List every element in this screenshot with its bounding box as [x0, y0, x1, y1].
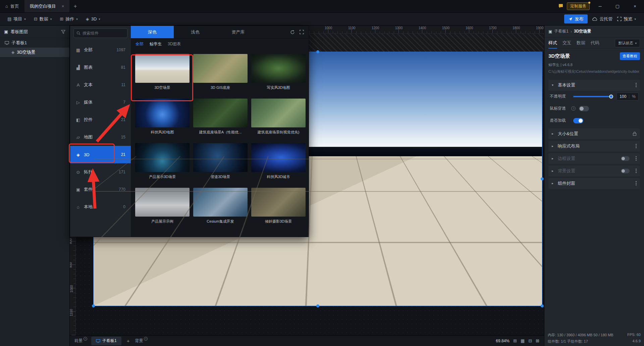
tutorial-button[interactable]: 查看教程	[620, 52, 640, 60]
category-local[interactable]: ⌂ 本地 0	[70, 198, 131, 216]
filter-icon[interactable]	[61, 30, 65, 34]
section-cover[interactable]: ▸ 组件封面	[548, 178, 640, 189]
filter-whale-twin[interactable]: 鲸孪生	[150, 41, 162, 47]
category-topology[interactable]: ⊙ 拓扑 171	[70, 163, 131, 181]
board-tab[interactable]: 子看板1	[91, 337, 121, 345]
card-product-3d-scene[interactable]: 产品展示3D场景	[135, 143, 190, 179]
kebab-menu-icon[interactable]	[636, 146, 637, 147]
menu-3d[interactable]: ◈ 3D ▾	[82, 13, 104, 25]
menu-project[interactable]: ▤ 项目 ▾	[3, 13, 30, 25]
tab-project[interactable]: 我的空白项目 ×	[24, 0, 70, 12]
card-tech-3d-map[interactable]: 科技风3D地图	[135, 99, 190, 135]
kebab-menu-icon[interactable]	[636, 84, 637, 85]
menu-data[interactable]: ⊟ 数据 ▾	[30, 13, 56, 25]
kebab-menu-icon[interactable]	[636, 158, 637, 159]
close-button[interactable]: ×	[628, 0, 642, 13]
maximize-button[interactable]: ▢	[610, 0, 625, 13]
section-responsive[interactable]: ▸ 响应式布局	[548, 141, 640, 152]
opacity-slider[interactable]	[573, 96, 613, 97]
breadcrumb-parent[interactable]: 子看板1	[554, 28, 569, 34]
card-tech-3d-city[interactable]: 科技风3D城市	[251, 143, 306, 179]
pages-icon[interactable]: ⊠	[536, 338, 539, 343]
card-3d-empty-scene[interactable]: 3D空场景	[135, 54, 190, 90]
custom-service-badge[interactable]: 定制服务	[567, 2, 590, 10]
tab-interaction[interactable]: 交互	[562, 38, 571, 49]
fit-screen-icon[interactable]: ⊞	[513, 338, 517, 343]
background-toggle[interactable]	[621, 169, 630, 173]
help-icon[interactable]: ?	[571, 106, 576, 111]
grid-view-icon[interactable]: ▦	[521, 338, 525, 343]
section-background[interactable]: ▸ 背景设置	[548, 166, 640, 176]
kebab-menu-icon[interactable]	[636, 170, 637, 171]
new-tab-button[interactable]: +	[69, 0, 81, 12]
expand-icon[interactable]	[300, 30, 304, 34]
category-kits[interactable]: ▣ 套件 770	[70, 181, 131, 198]
section-border-label: 边框设置	[558, 156, 575, 162]
category-3d[interactable]: ◈ 3D 21	[70, 146, 131, 163]
refresh-icon[interactable]	[290, 30, 295, 35]
cloud-hosting-button[interactable]: 云托管	[592, 16, 612, 22]
tab-close-icon[interactable]: ×	[62, 4, 64, 9]
section-size-position[interactable]: ▸ 大小&位置	[548, 128, 640, 139]
card-oblique-photography[interactable]: 倾斜摄影3D场景	[251, 188, 306, 224]
card-building-base-a[interactable]: 建筑底座场景A（性能优...	[193, 99, 248, 135]
foreground-config-icon[interactable]: +	[84, 337, 87, 341]
category-media[interactable]: ▷ 媒体 7	[70, 94, 131, 111]
preview-label: 预览	[624, 16, 632, 22]
preview-button[interactable]: 预览 ▾	[617, 16, 636, 22]
card-pipeline-3d-scene[interactable]: 管道3D场景	[193, 143, 248, 179]
kebab-menu-icon[interactable]	[636, 183, 637, 184]
opacity-value[interactable]: 100	[617, 94, 629, 99]
service-chat-icon[interactable]	[558, 4, 564, 9]
background-config-icon[interactable]: +	[144, 337, 148, 341]
section-basic-settings[interactable]: ▾ 基本设置	[548, 80, 640, 91]
selection-handle-bottom[interactable]	[316, 304, 319, 307]
category-text[interactable]: A 文本 11	[70, 76, 131, 94]
category-controls[interactable]: ◧ 控件 21	[70, 111, 131, 128]
selection-handle-top[interactable]	[316, 50, 319, 53]
selection-handle-bottom-right[interactable]	[541, 304, 544, 307]
layer-item-scene[interactable]: ◈ 3D空场景	[0, 48, 69, 57]
category-charts[interactable]: ▟ 图表 81	[70, 59, 131, 76]
card-product-demo[interactable]: 产品展示示例	[135, 188, 190, 224]
opacity-value-box[interactable]: 100 %	[616, 93, 639, 101]
card-realistic-3d-map[interactable]: 写实风3D地图	[251, 54, 306, 90]
minimize-button[interactable]: ─	[593, 0, 607, 13]
state-dropdown[interactable]: 默认状态 ▾	[615, 39, 640, 47]
opacity-slider-thumb[interactable]	[609, 95, 613, 99]
mouse-through-toggle[interactable]	[579, 106, 589, 111]
filter-all[interactable]: 全部	[136, 41, 144, 47]
tab-code[interactable]: 代码	[591, 38, 599, 49]
tab-data[interactable]: 数据	[577, 38, 585, 49]
search-input[interactable]	[83, 31, 124, 36]
publish-button[interactable]: 发布	[564, 14, 588, 23]
tab-asset-library[interactable]: 资产库	[217, 26, 260, 38]
foreground-button[interactable]: 前景 +	[74, 338, 87, 344]
widget-path: C:\山海鲸可视化\CetusView\addons\widgets\city-…	[548, 69, 640, 74]
lock-icon[interactable]	[633, 131, 637, 136]
tab-style[interactable]: 样式	[548, 38, 557, 49]
selection-handle-right[interactable]	[541, 177, 544, 180]
add-board-button[interactable]: +	[125, 338, 131, 344]
background-button[interactable]: 背景 +	[135, 338, 148, 344]
zoom-level[interactable]: 69.84%	[496, 339, 509, 343]
chevron-collapsed-icon: ▸	[552, 157, 555, 160]
border-toggle[interactable]	[621, 156, 630, 161]
section-border[interactable]: ▸ 边框设置	[548, 153, 640, 164]
tab-dark-theme[interactable]: 深色	[131, 26, 174, 38]
shortcut-keys-icon[interactable]: ⊟	[528, 338, 532, 343]
load-toggle[interactable]	[573, 118, 583, 123]
component-list: 深色 浅色 资产库 全部 鲸孪生 3D图表 3D空场景	[131, 26, 309, 237]
selection-handle-bottom-left[interactable]	[92, 304, 95, 307]
layer-item-board[interactable]: 子看板1	[0, 38, 69, 48]
filter-3d-charts[interactable]: 3D图表	[168, 41, 181, 47]
card-3d-gis-base[interactable]: 3D GIS底座	[193, 54, 248, 90]
search-box[interactable]	[73, 28, 127, 38]
tab-home[interactable]: ⌂ 首页	[0, 0, 24, 12]
category-maps[interactable]: ▱ 地图 15	[70, 128, 131, 146]
menu-operation[interactable]: ⊞ 操作 ▾	[56, 13, 82, 25]
tab-light-theme[interactable]: 浅色	[174, 26, 217, 38]
card-cesium-integration[interactable]: Cesium集成开发	[193, 188, 248, 224]
card-building-base-b[interactable]: 建筑底座场景B(视觉优先)	[251, 99, 306, 135]
category-all[interactable]: ▦ 全部 1097	[70, 41, 131, 59]
